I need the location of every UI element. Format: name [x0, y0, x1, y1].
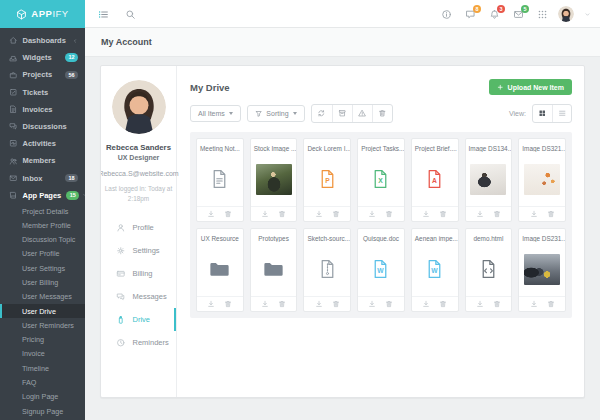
file-card[interactable]: Meeting Not... — [196, 138, 244, 222]
grid-view-icon[interactable] — [533, 105, 552, 122]
sidebar-item-inbox[interactable]: Inbox 18 — [0, 170, 85, 187]
file-card[interactable]: Image DS231... — [518, 228, 566, 312]
sidebar-subitem-signup-page[interactable]: Signup Page — [0, 404, 85, 418]
download-icon[interactable] — [422, 210, 430, 218]
sidebar-item-invoices[interactable]: Invoices — [0, 101, 85, 118]
sorting-dropdown[interactable]: Sorting — [247, 105, 305, 122]
menu-toggle-icon[interactable] — [98, 9, 109, 20]
sidebar-item-projects[interactable]: Projects 56 — [0, 66, 85, 83]
word-file-icon: W — [372, 259, 389, 279]
list-view-icon[interactable] — [552, 105, 571, 122]
all-items-dropdown[interactable]: All Items — [190, 105, 241, 122]
download-icon[interactable] — [315, 210, 323, 218]
user-avatar[interactable] — [558, 6, 574, 22]
trash-icon[interactable] — [439, 210, 447, 218]
file-card[interactable]: Image DS321... — [518, 138, 566, 222]
file-card[interactable]: Project Brief.... A — [411, 138, 459, 222]
download-icon[interactable] — [207, 300, 215, 308]
download-icon[interactable] — [530, 300, 538, 308]
file-card[interactable]: demo.html — [465, 228, 513, 312]
sidebar-item-discussions[interactable]: Discussions — [0, 118, 85, 135]
trash-icon[interactable] — [224, 210, 232, 218]
comments-icon[interactable]: 8 — [465, 9, 476, 20]
account-menu-settings[interactable]: Settings — [101, 239, 176, 262]
trash-icon[interactable] — [372, 105, 392, 122]
account-menu-drive[interactable]: Drive — [101, 308, 176, 331]
sidebar-subitem-user-drive[interactable]: User Drive — [0, 304, 85, 318]
sidebar-subitem-user-billing[interactable]: User Billing — [0, 275, 85, 289]
sidebar-item-activities[interactable]: Activities — [0, 135, 85, 152]
download-icon[interactable] — [476, 300, 484, 308]
info-icon[interactable] — [441, 9, 452, 20]
account-menu-profile[interactable]: Profile — [101, 216, 176, 239]
file-card[interactable]: Deck Lorem I... P — [303, 138, 351, 222]
home-icon — [9, 36, 18, 45]
archive-icon — [338, 109, 347, 118]
trash-icon[interactable] — [332, 300, 340, 308]
file-card[interactable]: Quisque.doc W — [357, 228, 405, 312]
file-card[interactable]: Sketch-sourc... — [303, 228, 351, 312]
search-icon[interactable] — [125, 9, 136, 20]
trash-icon[interactable] — [385, 300, 393, 308]
messages-icon[interactable]: 5 — [513, 9, 524, 20]
file-card[interactable]: Aenean impe... W — [411, 228, 459, 312]
trash-icon[interactable] — [278, 300, 286, 308]
download-icon[interactable] — [476, 210, 484, 218]
account-menu-messages[interactable]: Messages — [101, 285, 176, 308]
upload-new-item-button[interactable]: Upload New Item — [489, 79, 572, 95]
trash-icon[interactable] — [493, 210, 501, 218]
sidebar-subitem-user-messages[interactable]: User Messages — [0, 290, 85, 304]
file-name: Prototypes — [251, 229, 297, 242]
trash-icon[interactable] — [278, 210, 286, 218]
download-icon[interactable] — [530, 210, 538, 218]
sidebar-subitem-label: Member Profile — [22, 221, 71, 230]
sidebar-subitem-login-page[interactable]: Login Page — [0, 390, 85, 404]
file-card[interactable]: Prototypes — [250, 228, 298, 312]
sidebar-subitem-project-details[interactable]: Project Details — [0, 204, 85, 218]
file-card[interactable]: Project Tasks... X — [357, 138, 405, 222]
account-menu-reminders[interactable]: Reminders — [101, 331, 176, 354]
sidebar-subitem-user-profile[interactable]: User Profile — [0, 247, 85, 261]
trash-icon[interactable] — [493, 300, 501, 308]
sidebar-item-tickets[interactable]: Tickets — [0, 84, 85, 101]
sidebar-subitem-invoice[interactable]: Invoice — [0, 347, 85, 361]
download-icon[interactable] — [207, 210, 215, 218]
file-card[interactable]: UX Resource — [196, 228, 244, 312]
trash-icon — [493, 210, 501, 218]
download-icon[interactable] — [368, 210, 376, 218]
account-menu-billing[interactable]: Billing — [101, 262, 176, 285]
download-icon[interactable] — [315, 300, 323, 308]
download-icon[interactable] — [261, 210, 269, 218]
sidebar-subitem-pricing[interactable]: Pricing — [0, 333, 85, 347]
sidebar-item-widgets[interactable]: Widgets 12 — [0, 49, 85, 66]
trash-icon[interactable] — [224, 300, 232, 308]
sidebar-item-members[interactable]: Members — [0, 152, 85, 169]
trash-icon[interactable] — [439, 300, 447, 308]
file-card[interactable]: Image DS134... — [465, 138, 513, 222]
sidebar-subitem-discussion-topic[interactable]: Discussion Topic — [0, 232, 85, 246]
trash-icon[interactable] — [385, 210, 393, 218]
brand-logo[interactable]: APPIFY — [0, 0, 85, 28]
download-icon[interactable] — [422, 300, 430, 308]
warning-icon[interactable] — [352, 105, 372, 122]
sidebar-subitem-user-settings[interactable]: User Settings — [0, 261, 85, 275]
download-icon[interactable] — [368, 300, 376, 308]
trash-icon[interactable] — [547, 300, 555, 308]
sidebar-subitem-timeline[interactable]: Timeline — [0, 361, 85, 375]
sidebar-item-dashboards[interactable]: Dashboards — [0, 32, 85, 49]
trash-icon[interactable] — [332, 210, 340, 218]
sidebar-subitem-member-profile[interactable]: Member Profile — [0, 218, 85, 232]
sidebar-subitem-user-reminders[interactable]: User Reminders — [0, 318, 85, 332]
trash-icon[interactable] — [547, 210, 555, 218]
apps-icon[interactable] — [537, 9, 548, 20]
sidebar-subitem-faq[interactable]: FAQ — [0, 375, 85, 389]
chevron-down-icon[interactable] — [584, 11, 591, 18]
trash-icon — [547, 210, 555, 218]
trash-icon — [278, 300, 286, 308]
file-card[interactable]: Stock Image ... — [250, 138, 298, 222]
download-icon[interactable] — [261, 300, 269, 308]
sidebar-item-app-pages[interactable]: App Pages 15 — [0, 187, 85, 204]
refresh-icon[interactable] — [312, 105, 332, 122]
alerts-icon[interactable]: 3 — [489, 9, 500, 20]
archive-icon[interactable] — [332, 105, 352, 122]
